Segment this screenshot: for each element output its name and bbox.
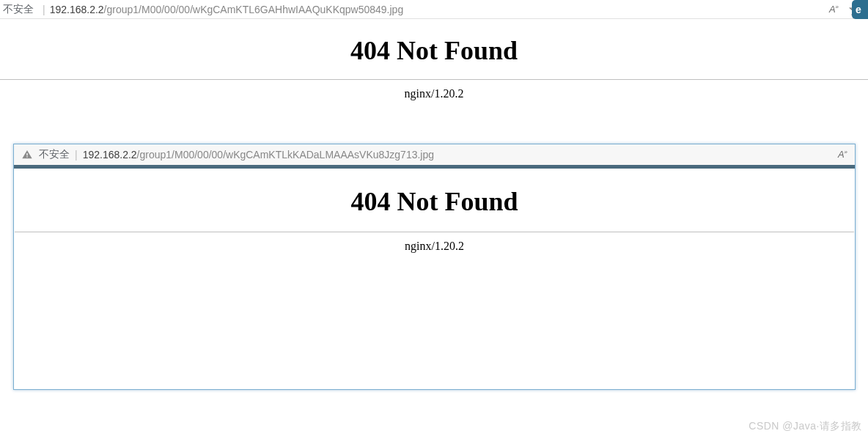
outer-page: 404 Not Found nginx/1.20.2 [0,19,868,100]
warning-icon [21,149,33,161]
watermark-text: CSDN @Java·请多指教 [749,420,862,433]
svg-rect-1 [26,153,27,155]
inner-address-bar: 不安全 | 192.168.2.2/group1/M00/00/00/wKgCA… [14,144,855,165]
url-input[interactable]: 192.168.2.2/group1/M00/00/00/wKgCAmKTLkK… [83,149,434,161]
inner-window: 不安全 | 192.168.2.2/group1/M00/00/00/wKgCA… [13,144,856,390]
inner-page: 404 Not Found nginx/1.20.2 [14,169,855,253]
error-heading: 404 Not Found [14,169,855,232]
url-host: 192.168.2.2 [50,4,104,15]
separator: | [43,4,45,15]
url-path: /group1/M00/00/00/wKgCAmKTL6GAHhwIAAQuKK… [104,4,404,15]
url-path: /group1/M00/00/00/wKgCAmKTLkKADaLMAAAsVK… [137,149,434,161]
not-secure-label: 不安全 [3,3,34,16]
url-host: 192.168.2.2 [83,149,137,161]
outer-address-bar: 不安全 | 192.168.2.2/group1/M00/00/00/wKgCA… [0,0,868,19]
separator: | [75,149,78,161]
read-aloud-icon[interactable]: A» [838,149,847,160]
server-info: nginx/1.20.2 [14,232,855,253]
server-info: nginx/1.20.2 [0,80,868,100]
edge-icon[interactable]: e [852,0,868,19]
not-secure-label: 不安全 [39,148,70,161]
error-heading: 404 Not Found [0,19,868,79]
read-aloud-icon[interactable]: A» [829,4,839,15]
svg-rect-2 [26,156,27,157]
url-input[interactable]: 192.168.2.2/group1/M00/00/00/wKgCAmKTL6G… [50,4,404,15]
